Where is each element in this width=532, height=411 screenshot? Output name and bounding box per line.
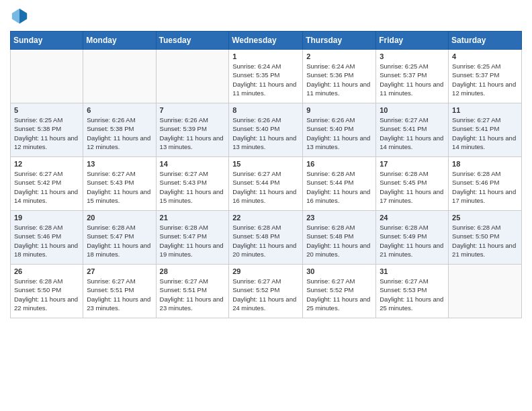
- day-info-line: Sunrise: 6:28 AM: [14, 223, 79, 232]
- calendar-cell: [449, 265, 522, 318]
- day-info-line: Sunset: 5:45 PM: [380, 178, 445, 187]
- logo-icon: [10, 7, 29, 26]
- day-info: Sunrise: 6:28 AMSunset: 5:46 PMDaylight:…: [14, 223, 79, 259]
- weekday-header-sunday: Sunday: [11, 32, 83, 50]
- day-number: 28: [160, 267, 226, 275]
- day-info-line: Sunset: 5:47 PM: [87, 232, 152, 240]
- calendar-cell: 30Sunrise: 6:27 AMSunset: 5:52 PMDayligh…: [303, 265, 376, 318]
- calendar-cell: 22Sunrise: 6:28 AMSunset: 5:48 PMDayligh…: [229, 211, 303, 265]
- day-info-line: Sunset: 5:40 PM: [232, 124, 299, 133]
- day-info: Sunrise: 6:28 AMSunset: 5:47 PMDaylight:…: [160, 223, 226, 259]
- day-info: Sunrise: 6:28 AMSunset: 5:48 PMDaylight:…: [232, 223, 299, 259]
- weekday-header-row: SundayMondayTuesdayWednesdayThursdayFrid…: [11, 32, 522, 50]
- calendar-cell: 17Sunrise: 6:28 AMSunset: 5:45 PMDayligh…: [376, 157, 449, 211]
- day-info-line: Sunrise: 6:26 AM: [306, 116, 372, 124]
- day-number: 23: [306, 214, 372, 222]
- day-info: Sunrise: 6:27 AMSunset: 5:42 PMDaylight:…: [14, 169, 79, 205]
- day-number: 21: [160, 214, 226, 222]
- day-info-line: Sunrise: 6:26 AM: [232, 116, 299, 124]
- day-info-line: Daylight: 11 hours and 22 minutes.: [14, 295, 79, 313]
- day-info-line: Sunset: 5:47 PM: [160, 232, 226, 240]
- day-info-line: Daylight: 11 hours and 18 minutes.: [87, 241, 152, 259]
- calendar-cell: 3Sunrise: 6:25 AMSunset: 5:37 PMDaylight…: [376, 50, 449, 103]
- day-info: Sunrise: 6:27 AMSunset: 5:41 PMDaylight:…: [380, 116, 445, 151]
- day-info-line: Sunrise: 6:28 AM: [306, 223, 372, 232]
- day-info-line: Sunset: 5:44 PM: [306, 178, 372, 187]
- calendar-cell: 13Sunrise: 6:27 AMSunset: 5:43 PMDayligh…: [83, 157, 156, 211]
- day-info: Sunrise: 6:25 AMSunset: 5:37 PMDaylight:…: [452, 62, 518, 97]
- day-number: 3: [380, 52, 445, 60]
- day-info-line: Sunrise: 6:28 AM: [380, 223, 445, 232]
- calendar-cell: 8Sunrise: 6:26 AMSunset: 5:40 PMDaylight…: [229, 103, 303, 157]
- day-info-line: Daylight: 11 hours and 17 minutes.: [380, 187, 445, 205]
- calendar-cell: 31Sunrise: 6:27 AMSunset: 5:53 PMDayligh…: [376, 265, 449, 318]
- day-info: Sunrise: 6:27 AMSunset: 5:53 PMDaylight:…: [380, 277, 445, 312]
- day-info: Sunrise: 6:28 AMSunset: 5:45 PMDaylight:…: [380, 169, 445, 205]
- day-info-line: Sunset: 5:50 PM: [452, 232, 518, 240]
- day-number: 12: [14, 160, 79, 168]
- day-info-line: Daylight: 11 hours and 14 minutes.: [452, 134, 518, 152]
- day-info-line: Daylight: 11 hours and 11 minutes.: [306, 80, 372, 98]
- day-info-line: Daylight: 11 hours and 13 minutes.: [232, 134, 299, 152]
- day-info: Sunrise: 6:27 AMSunset: 5:51 PMDaylight:…: [160, 277, 226, 312]
- calendar-cell: 1Sunrise: 6:24 AMSunset: 5:35 PMDaylight…: [229, 50, 303, 103]
- day-info-line: Sunset: 5:43 PM: [87, 178, 152, 187]
- day-info-line: Sunset: 5:46 PM: [452, 178, 518, 187]
- day-info-line: Sunrise: 6:28 AM: [380, 169, 445, 178]
- week-row-4: 19Sunrise: 6:28 AMSunset: 5:46 PMDayligh…: [11, 211, 522, 265]
- day-info-line: Sunrise: 6:27 AM: [160, 277, 226, 285]
- day-info: Sunrise: 6:28 AMSunset: 5:49 PMDaylight:…: [380, 223, 445, 259]
- day-number: 17: [380, 160, 445, 168]
- weekday-header-saturday: Saturday: [449, 32, 522, 50]
- day-info-line: Sunset: 5:44 PM: [232, 178, 299, 187]
- day-info-line: Daylight: 11 hours and 15 minutes.: [87, 187, 152, 205]
- day-info-line: Sunset: 5:48 PM: [306, 232, 372, 240]
- page: SundayMondayTuesdayWednesdayThursdayFrid…: [0, 0, 532, 411]
- day-info-line: Sunrise: 6:25 AM: [380, 62, 445, 71]
- day-info-line: Daylight: 11 hours and 20 minutes.: [306, 241, 372, 259]
- day-info-line: Daylight: 11 hours and 19 minutes.: [160, 241, 226, 259]
- day-number: 19: [14, 214, 79, 222]
- day-info-line: Daylight: 11 hours and 18 minutes.: [14, 241, 79, 259]
- svg-marker-1: [12, 9, 19, 24]
- day-number: 7: [160, 106, 226, 114]
- day-info-line: Sunrise: 6:24 AM: [306, 62, 372, 71]
- day-info-line: Daylight: 11 hours and 25 minutes.: [380, 295, 445, 313]
- calendar-cell: 9Sunrise: 6:26 AMSunset: 5:40 PMDaylight…: [303, 103, 376, 157]
- week-row-2: 5Sunrise: 6:25 AMSunset: 5:38 PMDaylight…: [11, 103, 522, 157]
- day-info-line: Sunset: 5:36 PM: [306, 71, 372, 79]
- day-info-line: Daylight: 11 hours and 17 minutes.: [452, 187, 518, 205]
- day-info-line: Sunrise: 6:27 AM: [380, 277, 445, 285]
- day-info-line: Daylight: 11 hours and 23 minutes.: [87, 295, 152, 313]
- day-info: Sunrise: 6:27 AMSunset: 5:51 PMDaylight:…: [87, 277, 152, 312]
- day-info-line: Sunrise: 6:25 AM: [452, 62, 518, 71]
- calendar-cell: 21Sunrise: 6:28 AMSunset: 5:47 PMDayligh…: [156, 211, 229, 265]
- day-info-line: Sunrise: 6:27 AM: [87, 277, 152, 285]
- calendar-cell: 26Sunrise: 6:28 AMSunset: 5:50 PMDayligh…: [11, 265, 83, 318]
- day-number: 8: [232, 106, 299, 114]
- day-number: 18: [452, 160, 518, 168]
- day-info-line: Daylight: 11 hours and 24 minutes.: [232, 295, 299, 313]
- day-number: 9: [306, 106, 372, 114]
- day-info-line: Sunrise: 6:28 AM: [160, 223, 226, 232]
- calendar-cell: 12Sunrise: 6:27 AMSunset: 5:42 PMDayligh…: [11, 157, 83, 211]
- day-info-line: Daylight: 11 hours and 15 minutes.: [160, 187, 226, 205]
- day-info: Sunrise: 6:25 AMSunset: 5:37 PMDaylight:…: [380, 62, 445, 97]
- day-number: 30: [306, 267, 372, 275]
- day-info-line: Daylight: 11 hours and 20 minutes.: [232, 241, 299, 259]
- day-info-line: Daylight: 11 hours and 14 minutes.: [14, 187, 79, 205]
- day-info-line: Sunset: 5:37 PM: [380, 71, 445, 79]
- day-info: Sunrise: 6:27 AMSunset: 5:44 PMDaylight:…: [232, 169, 299, 205]
- weekday-header-tuesday: Tuesday: [156, 32, 229, 50]
- calendar-cell: [83, 50, 156, 103]
- calendar-cell: 23Sunrise: 6:28 AMSunset: 5:48 PMDayligh…: [303, 211, 376, 265]
- day-info-line: Daylight: 11 hours and 21 minutes.: [380, 241, 445, 259]
- day-info-line: Sunrise: 6:24 AM: [232, 62, 299, 71]
- day-info-line: Sunrise: 6:28 AM: [452, 223, 518, 232]
- day-info: Sunrise: 6:28 AMSunset: 5:46 PMDaylight:…: [452, 169, 518, 205]
- calendar-cell: [156, 50, 229, 103]
- day-info-line: Daylight: 11 hours and 11 minutes.: [380, 80, 445, 98]
- day-info: Sunrise: 6:26 AMSunset: 5:40 PMDaylight:…: [306, 116, 372, 151]
- day-info-line: Sunrise: 6:27 AM: [232, 169, 299, 178]
- day-info: Sunrise: 6:28 AMSunset: 5:44 PMDaylight:…: [306, 169, 372, 205]
